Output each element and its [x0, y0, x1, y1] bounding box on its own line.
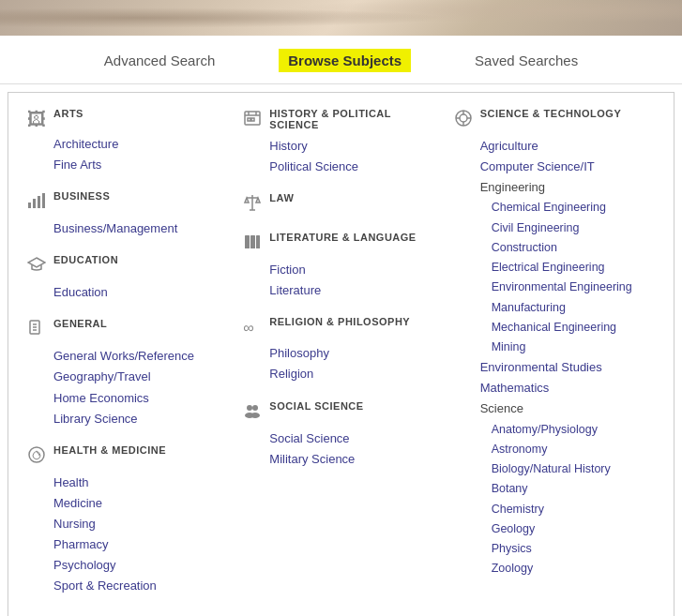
physics-link[interactable]: Physics	[492, 539, 645, 559]
social-science-link[interactable]: Social Science	[269, 428, 434, 449]
mechanical-engineering-link[interactable]: Mechanical Engineering	[492, 318, 645, 338]
arts-icon: 🖼	[27, 109, 46, 130]
business-section: BUSINESS Business/Management	[27, 190, 224, 239]
education-section: EDUCATION Education	[27, 254, 224, 303]
chemical-engineering-link[interactable]: Chemical Engineering	[492, 198, 645, 218]
health-icon	[27, 445, 46, 469]
social-title: SOCIAL SCIENCE	[269, 400, 363, 412]
botany-link[interactable]: Botany	[492, 479, 645, 499]
history-header: HISTORY & POLITICAL SCIENCE	[243, 108, 434, 132]
pharmacy-link[interactable]: Pharmacy	[53, 534, 224, 555]
education-links: Education	[27, 282, 224, 303]
history-links: History Political Science	[243, 136, 434, 177]
electrical-engineering-link[interactable]: Electrical Engineering	[492, 258, 645, 278]
agriculture-link[interactable]: Agriculture	[480, 136, 645, 157]
social-header: SOCIAL SCIENCE	[243, 400, 434, 425]
arts-section: 🖼 ARTS Architecture Fine Arts	[27, 108, 224, 175]
religion-header: ∞ RELIGION & PHILOSOPHY	[243, 316, 434, 339]
health-link[interactable]: Health	[53, 473, 224, 493]
svg-point-22	[252, 405, 258, 411]
anatomy-physiology-link[interactable]: Anatomy/Physiology	[492, 420, 645, 440]
construction-link[interactable]: Construction	[492, 238, 645, 258]
arts-links: Architecture Fine Arts	[27, 134, 224, 175]
business-icon	[27, 191, 46, 215]
geography-travel-link[interactable]: Geography/Travel	[53, 367, 224, 387]
law-icon	[243, 193, 262, 217]
library-science-link[interactable]: Library Science	[53, 409, 224, 429]
environmental-studies-link[interactable]: Environmental Studies	[480, 357, 645, 378]
engineering-links: Chemical Engineering Civil Engineering C…	[480, 198, 645, 357]
literature-header: LITERATURE & LANGUAGE	[243, 232, 434, 256]
fine-arts-link[interactable]: Fine Arts	[53, 155, 224, 175]
religion-section: ∞ RELIGION & PHILOSOPHY Philosophy Relig…	[243, 316, 434, 384]
svg-point-21	[247, 405, 252, 411]
religion-title: RELIGION & PHILOSOPHY	[269, 316, 410, 327]
biology-natural-history-link[interactable]: Biology/Natural History	[492, 459, 645, 479]
medicine-link[interactable]: Medicine	[53, 493, 224, 514]
general-works-link[interactable]: General Works/Reference	[53, 346, 224, 367]
education-header: EDUCATION	[27, 254, 224, 278]
general-section: GENERAL General Works/Reference Geograph…	[27, 318, 224, 428]
law-section: LAW	[243, 192, 434, 217]
svg-rect-2	[38, 196, 40, 208]
geology-link[interactable]: Geology	[492, 519, 645, 539]
advanced-search-tab[interactable]: Advanced Search	[97, 49, 222, 72]
science-top-links: Agriculture Computer Science/IT Engineer…	[454, 136, 645, 579]
literature-title: LITERATURE & LANGUAGE	[269, 232, 416, 243]
business-title: BUSINESS	[53, 190, 110, 202]
chemistry-link[interactable]: Chemistry	[492, 500, 645, 519]
nursing-link[interactable]: Nursing	[53, 514, 224, 534]
svg-rect-14	[251, 118, 254, 121]
education-link[interactable]: Education	[53, 282, 224, 303]
saved-searches-tab[interactable]: Saved Searches	[467, 49, 585, 72]
health-header: HEALTH & MEDICINE	[27, 444, 224, 469]
business-links: Business/Management	[27, 218, 224, 239]
religion-link[interactable]: Religion	[269, 364, 434, 384]
astronomy-link[interactable]: Astronomy	[492, 440, 645, 459]
svg-point-24	[250, 413, 260, 418]
sport-recreation-link[interactable]: Sport & Recreation	[53, 576, 224, 596]
science-header: SCIENCE & TECHNOLOGY	[454, 108, 645, 132]
business-management-link[interactable]: Business/Management	[53, 218, 224, 239]
general-icon	[27, 319, 46, 342]
religion-icon: ∞	[243, 317, 262, 339]
svg-rect-13	[248, 118, 250, 121]
science-icon	[454, 109, 473, 132]
nav-tabs: Advanced Search Browse Subjects Saved Se…	[0, 36, 682, 84]
general-links: General Works/Reference Geography/Travel…	[27, 346, 224, 428]
social-section: SOCIAL SCIENCE Social Science Military S…	[243, 400, 434, 470]
computer-science-link[interactable]: Computer Science/IT	[480, 157, 645, 177]
main-content: 🖼 ARTS Architecture Fine Arts BUSINE	[8, 92, 674, 616]
health-section: HEALTH & MEDICINE Health Medicine Nursin…	[27, 444, 224, 597]
philosophy-link[interactable]: Philosophy	[269, 343, 434, 364]
history-section: HISTORY & POLITICAL SCIENCE History Poli…	[243, 108, 434, 177]
history-title: HISTORY & POLITICAL SCIENCE	[269, 108, 434, 130]
fiction-link[interactable]: Fiction	[269, 260, 434, 280]
religion-links: Philosophy Religion	[243, 343, 434, 384]
history-link[interactable]: History	[269, 136, 434, 157]
zoology-link[interactable]: Zoology	[492, 559, 645, 578]
psychology-link[interactable]: Psychology	[53, 555, 224, 576]
browse-subjects-tab[interactable]: Browse Subjects	[279, 49, 411, 72]
science-sub-links: Anatomy/Physiology Astronomy Biology/Nat…	[480, 420, 645, 579]
environmental-engineering-link[interactable]: Environmental Engineering	[492, 278, 645, 297]
svg-point-8	[29, 447, 44, 462]
literature-section: LITERATURE & LANGUAGE Fiction Literature	[243, 232, 434, 301]
svg-rect-19	[250, 235, 255, 248]
literature-link[interactable]: Literature	[269, 280, 434, 301]
military-science-link[interactable]: Military Science	[269, 449, 434, 470]
left-column: 🖼 ARTS Architecture Fine Arts BUSINE	[23, 108, 234, 611]
manufacturing-link[interactable]: Manufacturing	[492, 298, 645, 318]
mining-link[interactable]: Mining	[492, 338, 645, 357]
arts-header: 🖼 ARTS	[27, 108, 224, 130]
business-header: BUSINESS	[27, 190, 224, 215]
home-economics-link[interactable]: Home Economics	[53, 388, 224, 409]
law-header: LAW	[243, 192, 434, 217]
political-science-link[interactable]: Political Science	[269, 157, 434, 177]
svg-rect-1	[33, 199, 36, 208]
health-title: HEALTH & MEDICINE	[53, 444, 166, 456]
civil-engineering-link[interactable]: Civil Engineering	[492, 218, 645, 238]
general-title: GENERAL	[53, 318, 107, 329]
architecture-link[interactable]: Architecture	[53, 134, 224, 155]
mathematics-link[interactable]: Mathematics	[480, 378, 645, 398]
